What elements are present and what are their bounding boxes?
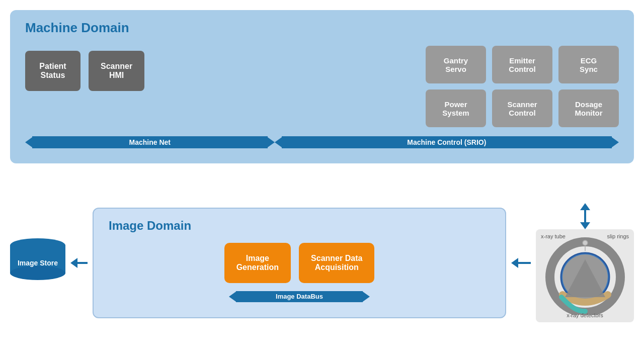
image-store-cylinder: Image Store (10, 238, 65, 287)
svg-point-4 (583, 240, 588, 245)
dosage-monitor-block: DosageMonitor (558, 89, 619, 127)
xray-tube-label: x-ray tube (541, 233, 566, 239)
scanner-control-block: ScannerControl (492, 89, 552, 127)
machine-control-arrow-left (275, 137, 282, 147)
machine-net-arrow-left (25, 137, 32, 147)
main-container: Machine Domain PatientStatus ScannerHMI … (0, 0, 644, 362)
machine-right-blocks: GantryServo EmitterControl ECGSync Power… (426, 46, 619, 127)
image-store-section: Image Store (10, 238, 65, 287)
databus-label: Image DataBus (276, 293, 323, 300)
databus-left-head (229, 292, 236, 302)
scanner-to-domain-arrow (511, 258, 531, 268)
power-system-block: PowerSystem (426, 89, 486, 127)
image-orange-blocks: ImageGeneration Scanner DataAcquisition (224, 243, 375, 283)
machine-control-arrow-area: Machine Control (SRIO) (275, 136, 619, 148)
machine-domain: Machine Domain PatientStatus ScannerHMI … (10, 10, 634, 163)
ct-scanner-diagram: x-ray tube slip rings (536, 229, 634, 322)
image-domain-content: ImageGeneration Scanner DataAcquisition … (109, 243, 490, 302)
store-to-domain-arrowhead (70, 258, 77, 268)
cylinder-bottom (10, 266, 65, 280)
image-domain: Image Domain ImageGeneration Scanner Dat… (93, 208, 506, 318)
patient-status-block: PatientStatus (25, 51, 80, 91)
vert-arrow-down (580, 222, 590, 229)
machine-net-arrow-area: Machine Net (25, 136, 275, 148)
image-generation-block: ImageGeneration (224, 243, 291, 283)
machine-control-arrow-right (612, 137, 619, 147)
vert-arrow-line (584, 210, 586, 222)
scanner-svg (542, 237, 628, 315)
machine-control-label: Machine Control (SRIO) (407, 138, 486, 146)
machine-net-arrow-body: Machine Net (32, 136, 268, 148)
scanner-top-labels: x-ray tube slip rings (536, 233, 634, 239)
store-to-domain-line (77, 262, 88, 264)
emitter-control-block: EmitterControl (492, 46, 552, 83)
machine-net-label: Machine Net (129, 138, 171, 146)
image-databus-arrow: Image DataBus (229, 291, 370, 302)
xray-detectors-label: x-ray detectors (567, 312, 603, 318)
gantry-servo-block: GantryServo (426, 46, 486, 83)
vert-arrow-up (580, 203, 590, 210)
cylinder-top (10, 238, 65, 252)
scanner-domain-line (518, 262, 531, 264)
machine-arrows-row: Machine Net Machine Control (SRIO) (25, 136, 619, 148)
image-store-label: Image Store (18, 259, 58, 267)
databus-body: Image DataBus (236, 291, 363, 302)
scanner-data-acquisition-block: Scanner DataAcquisition (299, 243, 374, 283)
ecg-sync-block: ECGSync (558, 46, 619, 83)
machine-left-blocks: PatientStatus ScannerHMI (25, 51, 144, 91)
machine-net-arrow-right (268, 137, 275, 147)
vertical-arrow (580, 203, 590, 229)
machine-control-arrow-body: Machine Control (SRIO) (282, 136, 612, 148)
slip-rings-label: slip rings (607, 233, 629, 239)
machine-domain-title: Machine Domain (25, 20, 619, 36)
scanner-column: x-ray tube slip rings (536, 203, 634, 322)
store-to-domain-arrow (70, 258, 88, 268)
image-domain-title: Image Domain (109, 219, 490, 233)
databus-right-head (363, 292, 370, 302)
scanner-domain-arrowhead (511, 258, 518, 268)
scanner-hmi-block: ScannerHMI (89, 51, 144, 91)
